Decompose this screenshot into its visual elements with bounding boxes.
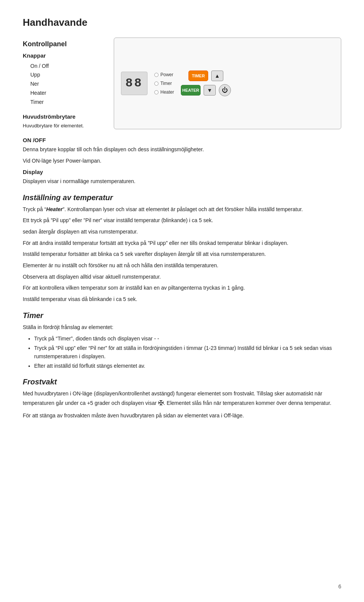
page-number: 6 xyxy=(338,583,341,591)
heater-button[interactable]: HEATER xyxy=(181,85,201,96)
up-arrow-button[interactable]: ▲ xyxy=(211,71,223,81)
top-buttons: TIMER ▲ xyxy=(188,71,223,81)
power-indicator-circle xyxy=(154,73,158,77)
huvudstrombrytare-title: Huvudströmbrytare xyxy=(23,113,99,121)
display-readout: 88 xyxy=(121,72,147,95)
installning-text5: Inställd temperatur fortsätter att blink… xyxy=(23,250,341,259)
kontrollpanel-title: Kontrollpanel xyxy=(23,39,99,49)
heater-indicator-label: Heater xyxy=(160,89,174,96)
huvudstrombrytare-sub: Huvudbrytare för elementet. xyxy=(23,122,99,130)
timer-button[interactable]: TIMER xyxy=(188,71,208,81)
display-text: Displayen visar i normalläge rumstempera… xyxy=(23,177,341,186)
installning-text7: Observera att displayen alltid visar akt… xyxy=(23,273,341,281)
control-panel-diagram: 88 Power Timer Heater TIMER ▲ xyxy=(114,38,341,129)
timer-bullet-1: Tryck på “Timer”, dioden tänds och displ… xyxy=(34,334,341,343)
frostvakt-text1: Med huvudbrytaren i ON-läge (displayen/k… xyxy=(23,390,341,409)
timer-bullet-3: Efter att inställd tid förflutit stängs … xyxy=(34,362,341,370)
timer-indicator: Timer xyxy=(154,80,174,87)
on-off-text2: Vid ON-läge lyser Power-lampan. xyxy=(23,157,341,165)
knappar-item-onoff: On / Off xyxy=(30,62,99,71)
installning-heading: Inställning av temperatur xyxy=(23,192,341,203)
frost-icon: ✠ xyxy=(158,398,164,409)
indicator-column: Power Timer Heater xyxy=(154,71,174,96)
installning-text1: Tryck på “Heater”. Kontrollampan lyser o… xyxy=(23,205,341,214)
content-section: ON /OFF Denna brytare kopplar till och f… xyxy=(23,136,341,420)
knappar-item-heater: Heater xyxy=(30,89,99,98)
on-off-text1: Denna brytare kopplar till och från disp… xyxy=(23,146,341,154)
knappar-item-timer: Timer xyxy=(30,98,99,107)
knappar-list: On / Off Upp Ner Heater Timer xyxy=(23,62,99,107)
timer-heading: Timer xyxy=(23,310,341,321)
installning-text3: sedan återgår displayen att visa rumstem… xyxy=(23,228,341,236)
timer-indicator-circle xyxy=(154,82,158,86)
knappar-item-upp: Upp xyxy=(30,71,99,80)
installning-text2: Ett tryck på ”Pil upp” eller ”Pil ner” v… xyxy=(23,216,341,225)
installning-text9: Inställd temperatur visas då blinkande i… xyxy=(23,295,341,304)
power-button[interactable]: ⏻ xyxy=(219,84,231,96)
power-indicator-label: Power xyxy=(160,71,173,78)
page-title: Handhavande xyxy=(23,15,341,30)
installning-text6: Elementer är nu inställt och försöker nu… xyxy=(23,262,341,270)
timer-bullet-2: Tryck på “Pil upp” eller “Pil ner” för a… xyxy=(34,344,341,361)
power-indicator: Power xyxy=(154,71,174,78)
down-arrow-button[interactable]: ▼ xyxy=(204,85,216,96)
timer-indicator-label: Timer xyxy=(160,80,172,87)
timer-intro: Ställa in fördröjt frånslag av elementet… xyxy=(23,323,341,332)
frostvakt-text3: För att stänga av frostvakten måste även… xyxy=(23,412,341,420)
installning-text8: För att kontrollera vilken temperatur so… xyxy=(23,284,341,292)
heater-indicator-circle xyxy=(154,90,158,94)
timer-bullets: Tryck på “Timer”, dioden tänds och displ… xyxy=(23,334,341,370)
display-heading: Display xyxy=(23,168,341,177)
knappar-label: Knappar xyxy=(23,52,99,60)
installning-text4: För att ändra inställd temperatur fortsä… xyxy=(23,239,341,248)
frostvakt-heading: Frostvakt xyxy=(23,376,341,387)
bottom-buttons: HEATER ▼ ⏻ xyxy=(181,84,231,96)
knappar-item-ner: Ner xyxy=(30,80,99,89)
heater-label-inline: Heater xyxy=(46,206,63,212)
buttons-column: TIMER ▲ HEATER ▼ ⏻ xyxy=(181,71,231,96)
heater-indicator: Heater xyxy=(154,89,174,96)
on-off-heading: ON /OFF xyxy=(23,136,341,145)
